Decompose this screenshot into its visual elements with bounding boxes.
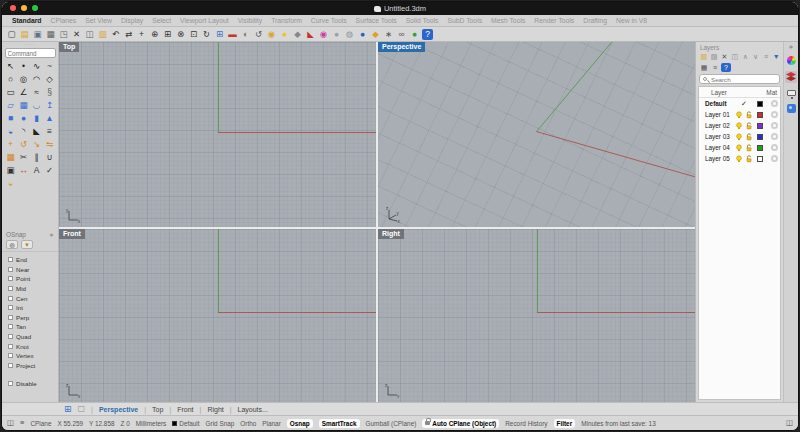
zoom-icon[interactable]: ⊕: [149, 29, 160, 40]
osnap-checkbox[interactable]: [8, 257, 13, 262]
polyline-tool[interactable]: ∠: [17, 86, 30, 99]
layer-color-swatch[interactable]: [757, 112, 763, 118]
command-input[interactable]: [5, 48, 56, 58]
arc-tool[interactable]: ◠: [30, 73, 43, 86]
zoom-extents-icon[interactable]: ⊡: [188, 29, 199, 40]
layer-material-circle[interactable]: [771, 111, 778, 118]
record-history-toggle[interactable]: Record History: [505, 420, 547, 427]
osnap-checkbox[interactable]: [8, 267, 13, 272]
osnap-checkbox-row[interactable]: Project: [8, 361, 58, 371]
osnap-checkbox-row[interactable]: Quad: [8, 332, 58, 342]
layer-color-swatch[interactable]: [757, 134, 763, 140]
box-tool[interactable]: ■: [4, 112, 17, 125]
delete-layer-icon[interactable]: ✕: [720, 52, 729, 61]
move-layer-down-icon[interactable]: ∨: [751, 52, 760, 61]
osnap-checkbox[interactable]: [8, 305, 13, 310]
smarttrack-toggle[interactable]: SmartTrack: [319, 419, 360, 428]
viewport-layout-icon[interactable]: ⊞: [214, 29, 225, 40]
move-view-icon[interactable]: +: [136, 29, 147, 40]
menu-visibility[interactable]: Visibility: [238, 17, 262, 24]
new-layer-icon[interactable]: ▧: [699, 52, 708, 61]
export-icon[interactable]: ◳: [58, 29, 69, 40]
tab-display[interactable]: [785, 87, 797, 99]
polygon-tool[interactable]: ◇: [43, 73, 56, 86]
zoom-window-button[interactable]: [32, 5, 38, 11]
lock-icon[interactable]: ◆: [292, 29, 303, 40]
tab-perspective[interactable]: Perspective: [91, 406, 138, 413]
split-tool[interactable]: ∥: [30, 151, 43, 164]
layer-lock-icon[interactable]: [745, 111, 753, 119]
menu-viewport-layout[interactable]: Viewport Layout: [180, 17, 229, 24]
osnap-checkbox[interactable]: [8, 324, 13, 329]
rectangle-tool[interactable]: ▭: [4, 86, 17, 99]
surface-from-points-tool[interactable]: ▦: [17, 99, 30, 112]
surface-plane-tool[interactable]: ▱: [4, 99, 17, 112]
viewport-front-label[interactable]: Front: [59, 229, 85, 239]
duplicate-layer-icon[interactable]: ◫: [730, 52, 739, 61]
fillet-tool[interactable]: ◝: [17, 125, 30, 138]
raytrace-sphere-icon[interactable]: ●: [357, 29, 368, 40]
orient-icon[interactable]: ↺: [253, 29, 264, 40]
osnap-checkbox-row[interactable]: Tan: [8, 322, 58, 332]
boolean-tool[interactable]: ◒: [4, 125, 17, 138]
ellipse-tool[interactable]: ◎: [17, 73, 30, 86]
layer-color-swatch[interactable]: [757, 101, 763, 107]
osnap-toggle[interactable]: Osnap: [287, 419, 313, 428]
save-file-icon[interactable]: ▣: [32, 29, 43, 40]
layer-row[interactable]: Layer 01 ✓: [699, 109, 780, 120]
layer-material-circle[interactable]: [771, 133, 778, 140]
layer-material-circle[interactable]: [771, 122, 778, 129]
layer-lock-icon[interactable]: [745, 144, 753, 152]
right-sidebar-toggle-icon[interactable]: ◫: [786, 419, 793, 427]
layer-row[interactable]: Layer 03 ✓: [699, 131, 780, 142]
menu-curve-tools[interactable]: Curve Tools: [311, 17, 347, 24]
autosave-indicator[interactable]: Minutes from last save: 13: [581, 420, 656, 427]
menu-render-tools[interactable]: Render Tools: [534, 17, 574, 24]
erase-icon[interactable]: ▬: [227, 29, 238, 40]
layer-material-circle[interactable]: [771, 144, 778, 151]
coord-x[interactable]: X 55.259: [57, 420, 83, 427]
tab-front[interactable]: Front: [169, 406, 193, 413]
chamfer-tool[interactable]: ◣: [30, 125, 43, 138]
viewport-right[interactable]: Right z y: [378, 229, 695, 402]
close-window-button[interactable]: [10, 5, 16, 11]
menu-transform[interactable]: Transform: [271, 17, 302, 24]
scale-tool[interactable]: ↘: [30, 138, 43, 151]
layer-visibility-bulb-icon[interactable]: [735, 111, 743, 119]
menu-display[interactable]: Display: [121, 17, 143, 24]
tool-settings-icon[interactable]: ◆: [370, 29, 381, 40]
command-list-icon[interactable]: ≡: [20, 419, 24, 427]
layer-lock-icon[interactable]: [745, 122, 753, 130]
osnap-checkbox[interactable]: [8, 363, 13, 368]
print-icon[interactable]: ▦: [45, 29, 56, 40]
layer-lock-icon[interactable]: [745, 155, 753, 163]
helix-tool[interactable]: §: [43, 86, 56, 99]
tab-right[interactable]: Right: [200, 406, 224, 413]
gear-icon[interactable]: ∗: [383, 29, 394, 40]
viewport-perspective-label[interactable]: Perspective: [378, 42, 425, 52]
gumball-toggle[interactable]: Gumball (CPlane): [366, 420, 417, 427]
osnap-filter-button[interactable]: ▼: [21, 240, 33, 249]
control-point-curve-tool[interactable]: ∿: [30, 60, 43, 73]
ortho-toggle[interactable]: Ortho: [240, 420, 256, 427]
menu-subd-tools[interactable]: SubD Tools: [447, 17, 482, 24]
osnap-disable-row[interactable]: Disable: [8, 379, 58, 389]
circle-tool[interactable]: ○: [4, 73, 17, 86]
layer-search-input[interactable]: [709, 75, 776, 84]
tab-properties[interactable]: [785, 55, 797, 67]
osnap-checkbox[interactable]: [8, 276, 13, 281]
new-sublayer-icon[interactable]: ▨: [709, 52, 718, 61]
single-viewport-icon[interactable]: ▢: [78, 405, 86, 413]
menu-solid-tools[interactable]: Solid Tools: [406, 17, 439, 24]
layer-row[interactable]: Layer 05 ✓: [699, 153, 780, 164]
viewport-top-label[interactable]: Top: [59, 42, 79, 52]
layer-visibility-bulb-icon[interactable]: [735, 122, 743, 130]
osnap-checkbox-row[interactable]: Mid: [8, 284, 58, 294]
dimension-tool[interactable]: ↔: [17, 164, 30, 177]
rotate-view-icon[interactable]: ↻: [201, 29, 212, 40]
menu-standard[interactable]: Standard: [12, 17, 41, 24]
filter-toggle[interactable]: Filter: [554, 419, 576, 428]
layer-list-view-icon[interactable]: ≡: [710, 63, 720, 72]
mirror-tool[interactable]: ⇋: [43, 138, 56, 151]
osnap-checkbox-row[interactable]: Knot: [8, 341, 58, 351]
